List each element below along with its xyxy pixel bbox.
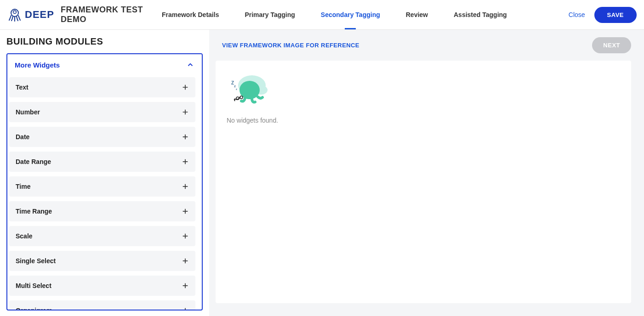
svg-line-29 [239, 98, 240, 98]
tab-framework-details[interactable]: Framework Details [162, 0, 219, 29]
widget-item-time-range[interactable]: Time Range [9, 201, 195, 221]
widget-list: Text Number Date Date Range [7, 75, 196, 310]
widget-item-text[interactable]: Text [9, 77, 195, 97]
plus-icon [182, 232, 189, 240]
widget-item-organigram[interactable]: Organigram [9, 300, 195, 310]
chevron-up-icon [186, 61, 194, 69]
svg-point-1 [13, 11, 17, 14]
plus-icon [182, 307, 189, 310]
plus-icon [182, 133, 189, 141]
nav-tabs: Framework Details Primary Tagging Second… [162, 0, 507, 29]
widget-label: Date [16, 133, 29, 141]
empty-state: Z z z No widgets found. [227, 72, 620, 124]
widget-item-date[interactable]: Date [9, 127, 195, 147]
plus-icon [182, 257, 189, 265]
tab-review[interactable]: Review [406, 0, 428, 29]
app-header: DEEP FRAMEWORK TEST DEMO Framework Detai… [0, 0, 644, 30]
svg-point-3 [15, 11, 16, 12]
widget-label: Number [16, 108, 40, 116]
widget-label: Scale [16, 232, 33, 240]
plus-icon [182, 84, 189, 91]
main-content: VIEW FRAMEWORK IMAGE FOR REFERENCE NEXT … [209, 30, 644, 316]
plus-icon [182, 158, 189, 165]
plus-icon [182, 108, 189, 116]
project-title: FRAMEWORK TEST DEMO [61, 5, 143, 24]
close-link[interactable]: Close [569, 11, 585, 18]
header-actions: Close SAVE [569, 7, 637, 23]
widget-label: Single Select [16, 257, 56, 265]
widget-label: Multi Select [16, 282, 51, 289]
view-reference-link[interactable]: VIEW FRAMEWORK IMAGE FOR REFERENCE [222, 42, 359, 49]
widget-label: Organigram [16, 307, 52, 310]
svg-point-2 [14, 11, 15, 12]
save-button[interactable]: SAVE [594, 7, 637, 23]
brand-logo[interactable]: DEEP [7, 7, 54, 22]
tab-primary-tagging[interactable]: Primary Tagging [245, 0, 295, 29]
svg-text:z: z [236, 88, 237, 90]
body: BUILDING MODULES More Widgets Text Numbe… [0, 30, 644, 316]
widget-label: Time [16, 183, 30, 190]
tab-secondary-tagging[interactable]: Secondary Tagging [321, 0, 380, 29]
brand-name: DEEP [25, 9, 54, 21]
widget-item-scale[interactable]: Scale [9, 226, 195, 246]
widget-item-multi-select[interactable]: Multi Select [9, 276, 195, 296]
sleeping-octopus-icon: Z z z [227, 72, 273, 108]
canvas: Z z z No widgets found. [216, 61, 631, 303]
widget-item-date-range[interactable]: Date Range [9, 152, 195, 172]
module-panel-toggle[interactable]: More Widgets [7, 54, 202, 75]
module-panel-title: More Widgets [15, 61, 60, 69]
sidebar: BUILDING MODULES More Widgets Text Numbe… [0, 30, 209, 316]
module-panel: More Widgets Text Number Date [6, 53, 203, 310]
next-button[interactable]: NEXT [592, 37, 631, 53]
widget-label: Time Range [16, 208, 52, 215]
widget-item-number[interactable]: Number [9, 102, 195, 122]
octopus-logo-icon [7, 7, 22, 22]
widget-item-single-select[interactable]: Single Select [9, 251, 195, 271]
empty-state-text: No widgets found. [227, 117, 278, 124]
subheader: VIEW FRAMEWORK IMAGE FOR REFERENCE NEXT [209, 30, 644, 61]
widget-item-time[interactable]: Time [9, 176, 195, 197]
widget-label: Date Range [16, 158, 51, 165]
widget-label: Text [16, 84, 28, 91]
plus-icon [182, 208, 189, 215]
plus-icon [182, 282, 189, 289]
tab-assisted-tagging[interactable]: Assisted Tagging [454, 0, 507, 29]
sidebar-title: BUILDING MODULES [6, 36, 203, 47]
plus-icon [182, 183, 189, 190]
